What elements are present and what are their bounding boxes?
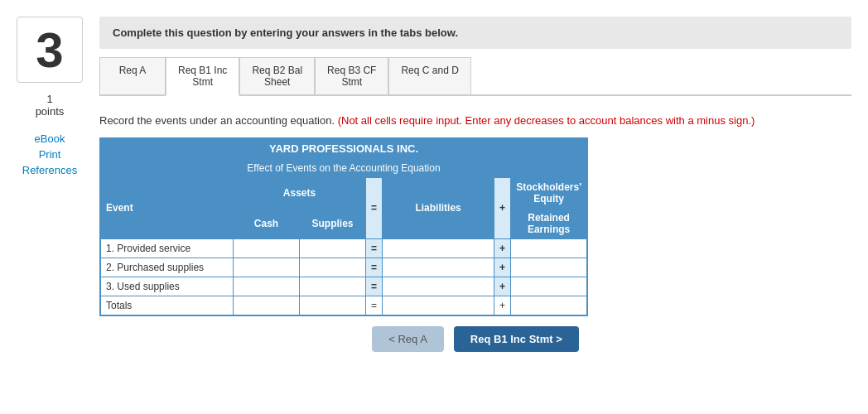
tab-req-b2-bal[interactable]: Req B2 BalSheet [239, 57, 315, 94]
points-label: points [36, 105, 65, 118]
cash-input-2[interactable] [234, 258, 300, 277]
content-area: Record the events under an accounting eq… [99, 104, 851, 360]
supplies-field-1[interactable] [301, 243, 364, 254]
note-text: (Not all cells require input. Enter any … [338, 114, 755, 127]
plus-sign-1: + [494, 238, 511, 258]
th-retained-earnings: Retained Earnings [511, 208, 587, 238]
references-link[interactable]: References [22, 164, 77, 176]
tabs-bar: Req A Req B1 IncStmt Req B2 BalSheet Req… [99, 57, 851, 96]
liabilities-input-2[interactable] [383, 258, 494, 277]
th-supplies: Supplies [300, 208, 366, 238]
equals-sign-totals: = [366, 296, 383, 315]
th-equals: = [366, 177, 383, 238]
th-liabilities: Liabilities [383, 177, 494, 238]
accounting-equation-table: YARD PROFESSIONALS INC. Effect of Events… [99, 137, 588, 316]
retained-total[interactable] [511, 296, 587, 315]
tab-req-c-d[interactable]: Req C and D [388, 57, 470, 94]
liabilities-field-3[interactable] [384, 281, 492, 292]
liabilities-input-3[interactable] [383, 277, 494, 296]
liabilities-total-field[interactable] [384, 300, 492, 311]
ebook-link[interactable]: eBook [35, 132, 65, 145]
retained-field-1[interactable] [513, 243, 585, 254]
table-row: 3. Used supplies = [101, 277, 587, 296]
totals-row: Totals = + [101, 296, 587, 315]
totals-label: Totals [101, 296, 234, 315]
tab-req-b3-cf[interactable]: Req B3 CFStmt [315, 57, 388, 94]
tab-req-a[interactable]: Req A [99, 57, 166, 94]
supplies-input-3[interactable] [300, 277, 366, 296]
supplies-input-2[interactable] [300, 258, 366, 277]
retained-input-3[interactable] [511, 277, 587, 296]
record-instruction: Record the events under an accounting eq… [99, 113, 851, 129]
cash-field-1[interactable] [235, 243, 297, 254]
liabilities-field-1[interactable] [384, 243, 492, 254]
event-label-1: 1. Provided service [101, 238, 234, 258]
equals-sign-3: = [366, 277, 383, 296]
plus-sign-2: + [494, 258, 511, 277]
nav-buttons-container: < Req A Req B1 Inc Stmt > [99, 326, 851, 352]
supplies-field-3[interactable] [301, 281, 364, 292]
retained-total-field[interactable] [513, 300, 585, 311]
cash-total[interactable] [234, 296, 300, 315]
cash-field-3[interactable] [235, 281, 297, 292]
retained-field-2[interactable] [513, 262, 585, 273]
question-number: 3 [17, 17, 83, 83]
points-value: 1 [36, 93, 65, 105]
equals-sign-1: = [366, 238, 383, 258]
cash-input-3[interactable] [234, 277, 300, 296]
cash-field-2[interactable] [235, 262, 297, 273]
event-label-3: 3. Used supplies [101, 277, 234, 296]
plus-sign-3: + [494, 277, 511, 296]
retained-field-3[interactable] [513, 281, 585, 292]
table-company: YARD PROFESSIONALS INC. [100, 138, 587, 159]
supplies-total-field[interactable] [301, 300, 364, 311]
retained-input-2[interactable] [511, 258, 587, 277]
th-assets: Assets [234, 177, 366, 208]
instruction-banner: Complete this question by entering your … [99, 17, 851, 49]
table-subtitle: Effect of Events on the Accounting Equat… [100, 159, 587, 177]
event-label-2: 2. Purchased supplies [101, 258, 234, 277]
print-link[interactable]: Print [39, 148, 61, 161]
retained-input-1[interactable] [511, 238, 587, 258]
th-event: Event [101, 177, 234, 238]
liabilities-field-2[interactable] [384, 262, 492, 273]
equals-sign-2: = [366, 258, 383, 277]
table-row: 2. Purchased supplies = [101, 258, 587, 277]
cash-total-field[interactable] [235, 300, 297, 311]
liabilities-input-1[interactable] [383, 238, 494, 258]
cash-input-1[interactable] [234, 238, 300, 258]
tab-req-b1-inc[interactable]: Req B1 IncStmt [166, 57, 239, 96]
supplies-total[interactable] [300, 296, 366, 315]
supplies-field-2[interactable] [301, 262, 364, 273]
table-row: 1. Provided service = [101, 238, 587, 258]
liabilities-total[interactable] [383, 296, 494, 315]
supplies-input-1[interactable] [300, 238, 366, 258]
next-button[interactable]: Req B1 Inc Stmt > [454, 326, 579, 352]
plus-sign-totals: + [494, 296, 511, 315]
prev-button[interactable]: < Req A [372, 326, 444, 352]
th-cash: Cash [234, 208, 300, 238]
th-plus: + [494, 177, 511, 238]
th-stockholders-equity: Stockholders' Equity [511, 177, 587, 208]
